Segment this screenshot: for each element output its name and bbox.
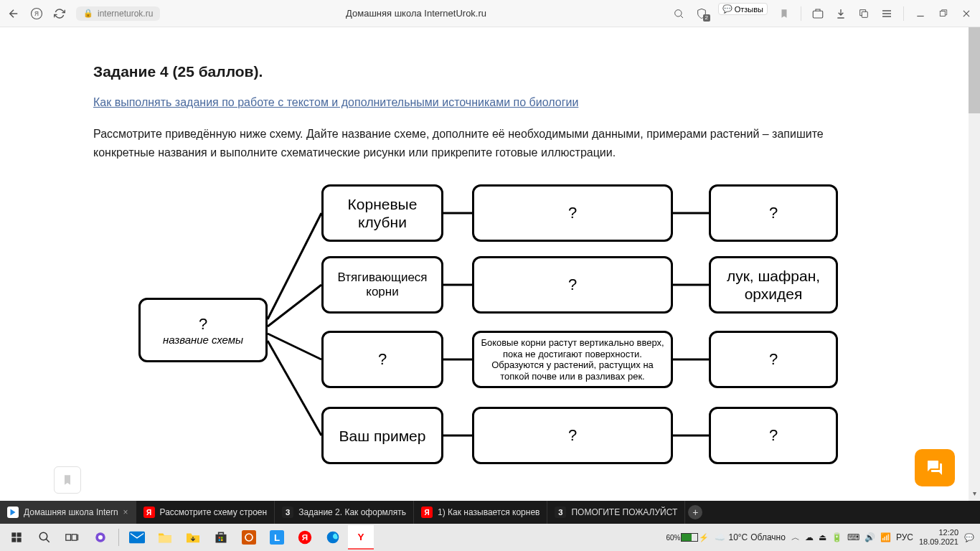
edge-icon[interactable]: [320, 525, 346, 550]
battery-icon: [681, 533, 698, 542]
shield-icon[interactable]: 2: [695, 7, 708, 20]
weather-temp: 10°C: [728, 532, 748, 542]
scroll-thumb[interactable]: [969, 27, 980, 113]
svg-text:Y: Y: [357, 532, 364, 542]
browser-tab-strip: Домашняя школа Intern × Я Рассмотрите сх…: [0, 501, 980, 524]
menu-icon[interactable]: [880, 7, 893, 20]
onedrive-icon[interactable]: ☁: [805, 532, 814, 542]
volume-icon[interactable]: 🔊: [864, 532, 875, 542]
app-l-icon[interactable]: L: [264, 525, 290, 550]
scroll-down-icon[interactable]: ▾: [969, 489, 980, 501]
extensions-icon[interactable]: [811, 7, 824, 20]
reload-icon[interactable]: [53, 7, 66, 20]
svg-text:Я: Я: [34, 11, 39, 17]
eject-icon[interactable]: ⏏: [819, 532, 826, 542]
clock[interactable]: 12:20 18.09.2021: [919, 528, 958, 547]
copy-icon[interactable]: [857, 7, 870, 20]
tab-label: Задание 2. Как оформлять: [298, 507, 406, 517]
toolbar-divider: [903, 6, 904, 21]
weather-widget[interactable]: ☁️ 10°C Облачно: [715, 532, 785, 542]
browser-tab[interactable]: Домашняя школа Intern ×: [0, 501, 136, 524]
system-tray: ︿ ☁ ⏏ 🔋 ⌨ 🔊 📶 РУС: [791, 532, 913, 544]
diagram-box-r3-c3: ?: [709, 331, 838, 388]
svg-point-23: [39, 532, 47, 540]
browser-tab[interactable]: З Задание 2. Как оформлять: [275, 501, 414, 524]
svg-rect-25: [72, 534, 77, 540]
maximize-icon[interactable]: [937, 7, 950, 20]
close-icon[interactable]: [960, 7, 973, 20]
taskbar-right: 60% ⚡ ☁️ 10°C Облачно ︿ ☁ ⏏ 🔋 ⌨ 🔊 📶 РУС …: [666, 528, 980, 547]
browser-tab[interactable]: Я Рассмотрите схему строен: [136, 501, 275, 524]
zoom-icon[interactable]: [672, 7, 685, 20]
yandex-icon[interactable]: Я: [30, 7, 43, 20]
download-folder-icon[interactable]: [180, 525, 206, 550]
svg-rect-32: [221, 537, 223, 539]
task-description: Рассмотрите приведённую ниже схему. Дайт…: [93, 125, 887, 161]
svg-rect-19: [11, 532, 16, 537]
taskbar-divider: [118, 529, 119, 546]
windows-taskbar: L Я Y 60% ⚡ ☁️ 10°C Облачно ︿ ☁ ⏏ 🔋 ⌨ 🔊: [0, 524, 980, 551]
svg-rect-29: [159, 535, 171, 542]
file-explorer-icon[interactable]: [152, 525, 178, 550]
battery-percent: 60%: [666, 534, 680, 542]
minimize-icon[interactable]: [914, 7, 927, 20]
svg-rect-28: [129, 532, 145, 544]
svg-rect-5: [940, 11, 945, 16]
task-view-icon[interactable]: [60, 525, 85, 550]
plug-icon: ⚡: [699, 533, 709, 542]
browser-toolbar: Я 🔒 interneturok.ru Домашняя школа Inter…: [0, 0, 980, 27]
store-icon[interactable]: [208, 525, 234, 550]
content-area: Задание 4 (25 баллов). Как выполнять зад…: [39, 27, 941, 501]
time: 12:20: [919, 528, 958, 537]
mail-icon[interactable]: [124, 525, 150, 550]
root-q: ?: [199, 315, 207, 334]
page-title: Домашняя школа InternetUrok.ru: [170, 8, 661, 19]
lock-icon: 🔒: [83, 9, 93, 18]
task-link[interactable]: Как выполнять задания по работе с тексто…: [93, 96, 887, 109]
search-icon[interactable]: [32, 525, 57, 550]
diagram-root: ? название схемы: [138, 298, 268, 362]
svg-rect-33: [219, 540, 221, 542]
weather-desc: Облачно: [750, 532, 786, 542]
svg-rect-34: [221, 540, 223, 542]
taskbar-left: L Я Y: [0, 525, 374, 550]
battery-indicator[interactable]: 60% ⚡: [666, 533, 709, 542]
browser-tab[interactable]: З ПОМОГИТЕ ПОЖАЛУЙСТ: [547, 501, 685, 524]
new-tab-button[interactable]: +: [685, 501, 705, 524]
language-indicator[interactable]: РУС: [896, 532, 913, 542]
bookmark-icon[interactable]: [778, 7, 791, 20]
download-icon[interactable]: [834, 7, 847, 20]
url-text: interneturok.ru: [98, 9, 153, 19]
svg-rect-20: [17, 532, 22, 537]
date: 18.09.2021: [919, 537, 958, 547]
scrollbar[interactable]: ▾: [969, 27, 980, 501]
cortana-icon[interactable]: [88, 525, 113, 550]
app-icon[interactable]: [236, 525, 262, 550]
battery-tray-icon[interactable]: 🔋: [831, 532, 842, 542]
diagram-box-r4-c2: ?: [472, 407, 673, 464]
diagram-box-r1-c2: ?: [472, 184, 673, 242]
bookmark-float-button[interactable]: [54, 466, 81, 494]
toolbar-divider: [801, 6, 801, 21]
yandex-browser-icon[interactable]: Y: [348, 525, 374, 550]
browser-tab[interactable]: Я 1) Как называется корнев: [414, 501, 547, 524]
diagram-box-r2-c2: ?: [472, 256, 673, 314]
svg-point-2: [674, 9, 681, 16]
diagram: ? название схемы Корневые клубни ? ? Втя…: [138, 183, 842, 470]
yandex-app-icon[interactable]: Я: [292, 525, 318, 550]
start-icon[interactable]: [4, 525, 29, 550]
diagram-box-r1-c3: ?: [709, 184, 838, 242]
diagram-box-r1-c1: Корневые клубни: [321, 184, 443, 242]
reviews-button[interactable]: 💬 Отзывы: [718, 3, 768, 15]
address-bar[interactable]: 🔒 interneturok.ru: [76, 6, 160, 21]
tab-close-icon[interactable]: ×: [123, 507, 128, 517]
wifi-icon[interactable]: 📶: [880, 532, 891, 542]
svg-rect-31: [219, 537, 221, 539]
keyboard-icon[interactable]: ⌨: [847, 532, 859, 542]
tab-label: Домашняя школа Intern: [24, 507, 118, 517]
notifications-icon[interactable]: 💬: [964, 533, 974, 542]
back-icon[interactable]: [7, 7, 20, 20]
chat-button[interactable]: [915, 449, 955, 486]
tray-chevron-icon[interactable]: ︿: [791, 532, 800, 544]
toolbar-right: 2 💬 Отзывы: [672, 6, 973, 21]
